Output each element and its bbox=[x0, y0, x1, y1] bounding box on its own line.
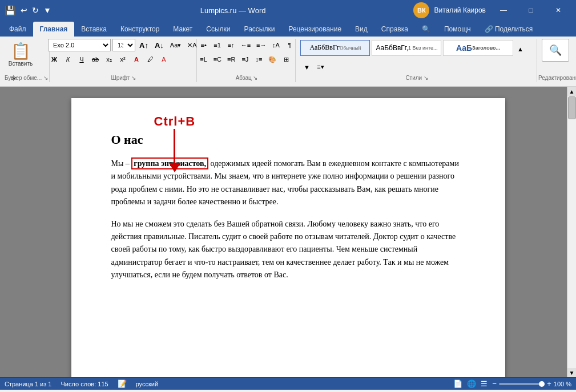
font-grow-button[interactable]: A↑ bbox=[137, 39, 151, 51]
editing-label: Редактирование bbox=[538, 75, 573, 81]
customize-qa-button[interactable]: ▼ bbox=[42, 5, 53, 16]
status-bar-right: 📄 🌐 ☰ − + 100 % bbox=[453, 379, 571, 388]
text-effects-button[interactable]: A bbox=[130, 53, 143, 66]
tab-references[interactable]: Ссылки bbox=[199, 22, 237, 37]
scroll-up-button[interactable]: ▲ bbox=[567, 87, 576, 96]
status-bar: Страница 1 из 1 Число слов: 115 📝 русски… bbox=[0, 377, 576, 390]
line-spacing-button[interactable]: ↕≡ bbox=[252, 53, 265, 66]
spell-check-icon[interactable]: 📝 bbox=[118, 379, 127, 388]
numbering-button[interactable]: ≡1 bbox=[211, 39, 224, 51]
tab-mailings[interactable]: Рассылки bbox=[237, 22, 282, 37]
styles-scroll-up[interactable]: ▲ bbox=[514, 43, 527, 55]
scroll-down-button[interactable]: ▼ bbox=[567, 368, 576, 377]
underline-button[interactable]: Ч bbox=[75, 53, 88, 66]
scroll-thumb[interactable] bbox=[568, 96, 576, 119]
redo-button[interactable]: ↻ bbox=[31, 5, 40, 16]
zoom-out-button[interactable]: − bbox=[492, 379, 497, 388]
borders-button[interactable]: ⊞ bbox=[280, 53, 292, 66]
strikethrough-button[interactable]: ab bbox=[89, 53, 102, 66]
title-bar-right: ВК Виталий Каиров — □ ✕ bbox=[413, 0, 571, 21]
zoom-in-button[interactable]: + bbox=[547, 379, 551, 388]
minimize-button[interactable]: — bbox=[490, 0, 517, 21]
tab-search[interactable]: 🔍 bbox=[415, 22, 437, 37]
change-case-button[interactable]: Aa▾ bbox=[168, 39, 183, 51]
highlight-button[interactable]: 🖊 bbox=[144, 53, 156, 66]
font-label: Шрифт ↘ bbox=[51, 75, 196, 81]
tab-view[interactable]: Вид bbox=[348, 22, 374, 37]
paragraph-group: ≡• ≡1 ≡↑ ←≡ ≡→ ↕A ¶ ≡L ≡C ≡R ≡J ↕≡ 🎨 ⊞ А… bbox=[198, 39, 296, 82]
view-outline-icon[interactable]: ☰ bbox=[481, 379, 488, 388]
styles-scroll-down[interactable]: ▼ bbox=[300, 61, 313, 74]
justify-button[interactable]: ≡J bbox=[239, 53, 251, 66]
quick-access-toolbar: ↩ ↻ ▼ bbox=[19, 5, 53, 16]
tab-file[interactable]: Файл bbox=[2, 22, 33, 37]
font-group: Exo 2.0 13 A↑ A↓ Aa▾ ✕A Ж К Ч ab x₂ x² A… bbox=[51, 39, 197, 82]
font-size-select[interactable]: 13 bbox=[112, 39, 135, 51]
subscript-button[interactable]: x₂ bbox=[103, 53, 115, 66]
sort-button[interactable]: ↕A bbox=[269, 39, 282, 51]
scroll-track bbox=[567, 96, 576, 368]
bullets-button[interactable]: ≡• bbox=[198, 39, 210, 51]
ctrl-b-annotation: Ctrl+B bbox=[154, 114, 196, 172]
ribbon: 📋 Вставить ✂ 📄 🖌 Буфер обме... ↘ Exo 2.0… bbox=[0, 37, 576, 87]
window-title: Lumpics.ru — Word bbox=[53, 6, 414, 15]
view-normal-icon[interactable]: 📄 bbox=[453, 379, 462, 388]
style-normal[interactable]: АаБбВвГгОбычный bbox=[300, 40, 370, 56]
view-web-icon[interactable]: 🌐 bbox=[467, 379, 476, 388]
font-shrink-button[interactable]: A↓ bbox=[152, 39, 166, 51]
align-center-button[interactable]: ≡C bbox=[211, 53, 224, 66]
document-paragraph-2: Но мы не сможем это сделать без Вашей об… bbox=[111, 218, 465, 282]
styles-group: АаБбВвГгОбычный АаБбВвГг,1 Без инте... А… bbox=[297, 39, 537, 82]
language[interactable]: русский bbox=[136, 381, 158, 387]
tab-home[interactable]: Главная bbox=[33, 22, 75, 37]
font-name-select[interactable]: Exo 2.0 bbox=[48, 39, 111, 51]
style-heading1[interactable]: АаБЗаголово... bbox=[443, 40, 513, 56]
maximize-button[interactable]: □ bbox=[518, 0, 544, 21]
annotation-arrowhead bbox=[169, 163, 180, 172]
align-right-button[interactable]: ≡R bbox=[225, 53, 237, 66]
tab-layout[interactable]: Макет bbox=[166, 22, 199, 37]
scrollbar[interactable]: ▲ ▼ bbox=[567, 87, 576, 377]
window-controls: — □ ✕ bbox=[490, 0, 571, 21]
zoom-controls: − + 100 % bbox=[492, 379, 571, 388]
zoom-slider[interactable] bbox=[499, 383, 545, 385]
title-bar: 💾 ↩ ↻ ▼ Lumpics.ru — Word ВК Виталий Каи… bbox=[0, 0, 576, 21]
font-color-button[interactable]: A bbox=[158, 53, 170, 66]
paste-button[interactable]: 📋 Вставить bbox=[7, 39, 34, 71]
tab-review[interactable]: Рецензирование bbox=[281, 22, 348, 37]
tab-help[interactable]: Справка bbox=[374, 22, 415, 37]
tab-share[interactable]: 🔗 Поделиться bbox=[478, 22, 540, 37]
editing-group: 🔍 Редактирование bbox=[538, 39, 573, 82]
bold-button[interactable]: Ж bbox=[48, 53, 61, 66]
document-area: ▲ ▼ Ctrl+B О нас Мы – группа энтузиастов… bbox=[0, 87, 576, 377]
show-marks-button[interactable]: ¶ bbox=[283, 39, 296, 51]
multilevel-list-button[interactable]: ≡↑ bbox=[225, 39, 237, 51]
tab-assistant[interactable]: Помощн bbox=[437, 22, 478, 37]
annotation-arrow-line bbox=[174, 129, 175, 163]
search-editing-button[interactable]: 🔍 bbox=[542, 39, 569, 62]
styles-label: Стили ↘ bbox=[297, 75, 537, 81]
style-no-spacing[interactable]: АаБбВвГг,1 Без инте... bbox=[372, 40, 441, 56]
decrease-indent-button[interactable]: ←≡ bbox=[239, 39, 253, 51]
title-bar-left: 💾 ↩ ↻ ▼ bbox=[5, 5, 53, 16]
word-count: Число слов: 115 bbox=[61, 381, 108, 387]
italic-button[interactable]: К bbox=[62, 53, 74, 66]
ribbon-tabs: Файл Главная Вставка Конструктор Макет С… bbox=[0, 21, 576, 37]
ctrl-b-label: Ctrl+B bbox=[154, 114, 196, 129]
styles-expand[interactable]: ≡▾ bbox=[314, 61, 327, 74]
zoom-level: 100 % bbox=[554, 381, 571, 387]
align-left-button[interactable]: ≡L bbox=[198, 53, 210, 66]
close-button[interactable]: ✕ bbox=[545, 0, 571, 21]
superscript-button[interactable]: x² bbox=[116, 53, 129, 66]
paragraph-label: Абзац ↘ bbox=[198, 75, 296, 81]
clipboard-group: 📋 Вставить ✂ 📄 🖌 Буфер обме... ↘ bbox=[3, 39, 50, 82]
word-icon: 💾 bbox=[5, 5, 16, 16]
user-avatar[interactable]: ВК bbox=[413, 2, 429, 18]
tab-insert[interactable]: Вставка bbox=[74, 22, 114, 37]
tab-design[interactable]: Конструктор bbox=[114, 22, 166, 37]
increase-indent-button[interactable]: ≡→ bbox=[254, 39, 268, 51]
shading-button[interactable]: 🎨 bbox=[266, 53, 279, 66]
clipboard-label: Буфер обме... ↘ bbox=[3, 75, 49, 81]
user-name: Виталий Каиров bbox=[434, 6, 486, 14]
undo-button[interactable]: ↩ bbox=[19, 5, 29, 16]
